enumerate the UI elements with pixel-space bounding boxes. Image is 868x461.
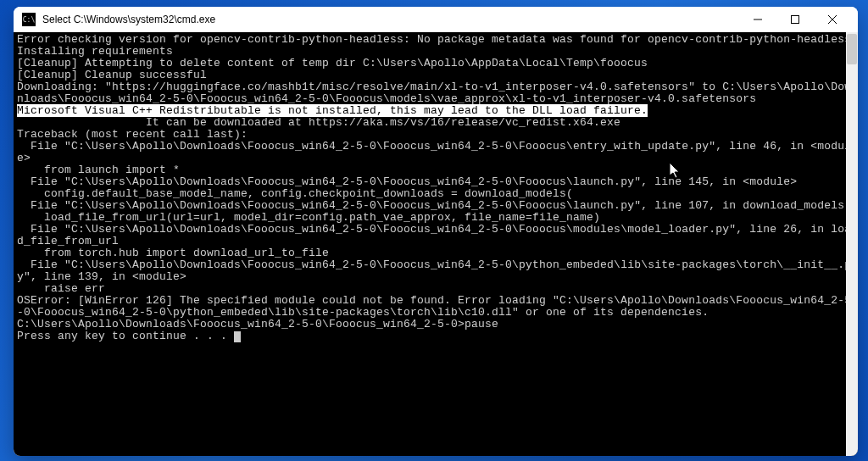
console-line: OSError: [WinError 126] The specified mo… bbox=[17, 295, 854, 319]
console-line: Microsoft Visual C++ Redistributable is … bbox=[17, 105, 854, 117]
console-line: [Cleanup] Cleanup successful bbox=[17, 69, 854, 81]
console-line: File "C:\Users\Apollo\Downloads\Fooocus_… bbox=[17, 141, 854, 164]
window-title: Select C:\Windows\system32\cmd.exe bbox=[42, 14, 739, 25]
console-line: File "C:\Users\Apollo\Downloads\Fooocus_… bbox=[17, 224, 854, 247]
svg-rect-1 bbox=[792, 16, 799, 24]
console-line: from torch.hub import download_url_to_fi… bbox=[17, 247, 854, 259]
console-line: Downloading: "https://huggingface.co/mas… bbox=[17, 81, 854, 105]
window-controls bbox=[739, 8, 851, 31]
console-line: File "C:\Users\Apollo\Downloads\Fooocus_… bbox=[17, 176, 854, 188]
cmd-window: C:\ Select C:\Windows\system32\cmd.exe E… bbox=[14, 7, 858, 456]
console-line: raise err bbox=[17, 283, 854, 295]
console-line: from launch import * bbox=[17, 164, 854, 176]
console-line: File "C:\Users\Apollo\Downloads\Fooocus_… bbox=[17, 259, 854, 283]
console-line: Press any key to continue . . . bbox=[17, 330, 854, 342]
console-line: config.default_base_model_name, config.c… bbox=[17, 188, 854, 200]
console-line: Error checking version for opencv-contri… bbox=[17, 34, 854, 46]
terminal-cursor bbox=[234, 331, 241, 342]
maximize-button[interactable] bbox=[776, 8, 814, 31]
titlebar[interactable]: C:\ Select C:\Windows\system32\cmd.exe bbox=[14, 7, 858, 32]
minimize-button[interactable] bbox=[739, 8, 776, 31]
console-line: It can be downloaded at https://aka.ms/v… bbox=[17, 117, 854, 129]
scrollbar[interactable] bbox=[846, 32, 858, 456]
console-line: Installing requirements bbox=[17, 46, 854, 58]
scroll-thumb[interactable] bbox=[847, 34, 857, 64]
console-line: C:\Users\Apollo\Downloads\Fooocus_win64_… bbox=[17, 319, 854, 330]
console-line: [Cleanup] Attempting to delete content o… bbox=[17, 58, 854, 69]
console-line: Traceback (most recent call last): bbox=[17, 129, 854, 141]
close-button[interactable] bbox=[814, 8, 851, 31]
cmd-icon: C:\ bbox=[22, 13, 36, 26]
console-line: File "C:\Users\Apollo\Downloads\Fooocus_… bbox=[17, 200, 854, 212]
console-line: load_file_from_url(url=url, model_dir=co… bbox=[17, 212, 854, 224]
console-output[interactable]: Error checking version for opencv-contri… bbox=[14, 32, 858, 456]
